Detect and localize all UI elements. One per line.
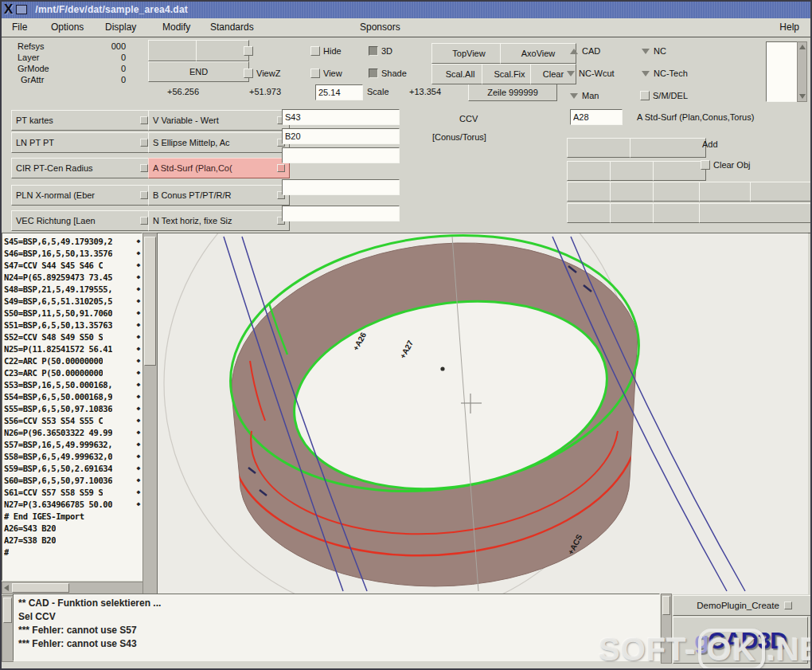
scrollbar-thumb[interactable] [662, 596, 670, 615]
graphics-canvas[interactable]: +A26 +A27 +ACS [157, 233, 808, 594]
list-item[interactable]: S45=BSP,6,5,49.179309,2 ◆ [4, 235, 142, 247]
list-item[interactable]: C22=ARC P(50.00000000 ◆ [4, 355, 142, 366]
menu-file[interactable]: File [12, 22, 27, 33]
point-marker[interactable] [440, 366, 444, 370]
toolbar-scrollbar[interactable] [797, 41, 807, 102]
window-menu-icon[interactable] [16, 5, 27, 14]
list-item[interactable]: N24=P(65.89259473 73.45 ◆ [4, 271, 142, 283]
history-forward-button[interactable] [196, 40, 249, 61]
list-item[interactable]: S53=BSP,16,5,50.000168, ◆ [4, 378, 142, 390]
obj-grid-button[interactable] [630, 138, 706, 158]
func-a-std-surf-active[interactable]: A Std-Surf (Plan,Co( [148, 158, 290, 178]
toggle-3d[interactable]: 3D [369, 46, 392, 56]
list-item[interactable]: N25=P(11.82541572 56.41 ◆ [4, 343, 142, 355]
scroll-left-icon[interactable] [4, 585, 9, 591]
history-hscrollbar[interactable] [2, 582, 143, 594]
func-n-text[interactable]: N Text horiz, fixe Siz [148, 210, 290, 231]
list-item[interactable]: S48=BSP,21,5,49.179555, ◆ [4, 283, 142, 295]
mode-cad[interactable]: CAD [570, 46, 600, 56]
toggle-shade[interactable]: Shade [369, 69, 407, 78]
history-vscrollbar[interactable] [142, 233, 158, 594]
list-item[interactable]: S54=BSP,6,5,50.000168,9 ◆ [4, 390, 142, 402]
axoview-button[interactable]: AxoView [500, 43, 576, 64]
toolbar-scroll-area[interactable] [766, 41, 798, 102]
func-pln-x-normal[interactable]: PLN X-normal (Eber [11, 185, 153, 206]
scroll-down-icon[interactable] [799, 94, 806, 99]
demo-plugin-button[interactable]: DemoPlugin_Create [673, 595, 812, 616]
toggle-blank[interactable] [244, 46, 256, 56]
param-input-3[interactable] [282, 147, 400, 163]
toggle-viewz[interactable]: ViewZ [244, 69, 280, 78]
obj-right-button[interactable] [699, 203, 812, 223]
list-item[interactable]: S58=BSP,6,5,49.999632,0 ◆ [4, 450, 142, 462]
command-history-list[interactable]: S45=BSP,6,5,49.179309,2 ◆ S46=BSP,16,5,5… [2, 233, 142, 581]
list-item[interactable]: S57=BSP,16,5,49.999632, ◆ [4, 438, 142, 450]
console-vscrollbar[interactable] [2, 595, 14, 662]
obj-grid-button[interactable] [653, 203, 706, 223]
scal-all-button[interactable]: Scal.All [431, 64, 489, 84]
list-item[interactable]: S50=BSP,11,5,50,91.7060 ◆ [4, 307, 142, 319]
list-item[interactable]: S51=BSP,6,5,50,13.35763 ◆ [4, 319, 142, 331]
toggle-hide[interactable]: Hide [310, 46, 342, 56]
list-item[interactable]: S47=CCV S44 S45 S46 C ◆ [4, 259, 142, 271]
menu-sponsors[interactable]: Sponsors [360, 22, 400, 33]
console-right-scrollbar[interactable] [661, 594, 672, 664]
list-item[interactable]: C23=ARC P(50.00000000 ◆ [4, 366, 142, 378]
func-v-variable[interactable]: V Variable - Wert [148, 110, 290, 131]
scal-fix-button[interactable]: Scal.Fix [482, 64, 537, 84]
param-input-2[interactable] [282, 128, 400, 144]
param-input-1[interactable] [282, 109, 400, 125]
param-input-5[interactable] [282, 206, 400, 221]
obj-grid-button[interactable] [653, 182, 706, 202]
scale-input[interactable] [315, 84, 363, 100]
mode-nc[interactable]: NC [642, 46, 666, 56]
cad-3d-view[interactable]: +A26 +A27 +ACS [158, 233, 808, 594]
scrollbar-thumb[interactable] [3, 598, 12, 623]
param-input-4[interactable] [282, 179, 400, 195]
list-item[interactable]: S59=BSP,6,5,50,2.691634 ◆ [4, 462, 142, 474]
func-pt-kartes[interactable]: PT kartes [11, 110, 153, 131]
func-ln-pt-pt[interactable]: LN PT PT [11, 132, 153, 153]
menu-standards[interactable]: Standards [210, 22, 254, 33]
obj-grid-button[interactable] [567, 138, 637, 158]
mode-nc-wcut[interactable]: NC-Wcut [567, 69, 615, 78]
scroll-up-icon[interactable] [799, 45, 806, 49]
toggle-clear-obj[interactable]: Clear Obj [701, 160, 750, 170]
topview-button[interactable]: TopView [431, 43, 506, 64]
func-s-ellipse[interactable]: S Ellipse Mittelp, Ac [148, 132, 290, 153]
mode-nc-tech[interactable]: NC-Tech [642, 69, 688, 78]
func-b-conus[interactable]: B Conus PT/PT/R/R [148, 185, 290, 206]
list-item[interactable]: S52=CCV S48 S49 S50 S ◆ [4, 331, 142, 343]
toggle-view[interactable]: View [310, 69, 342, 78]
list-item[interactable]: # End IGES-Import [4, 510, 142, 522]
list-item[interactable]: N27=P(3.634966785 50.00 ◆ [4, 498, 142, 510]
history-back-button[interactable] [148, 40, 203, 61]
message-console[interactable]: ** CAD - Funktion selektieren ...Sel CCV… [13, 594, 660, 661]
menu-display[interactable]: Display [105, 22, 136, 33]
toggle-smdel[interactable]: S/M/DEL [640, 91, 688, 100]
list-item[interactable]: S49=BSP,6,5,51.310205,5 ◆ [4, 295, 142, 307]
menu-help[interactable]: Help [779, 22, 799, 33]
list-item[interactable]: A26=S43 B20 [4, 522, 142, 534]
list-item[interactable]: S61=CCV S57 S58 S59 S ◆ [4, 486, 142, 498]
list-item[interactable]: S46=BSP,16,5,50,13.3576 ◆ [4, 247, 142, 259]
object-name-input[interactable] [570, 109, 623, 125]
list-item[interactable]: A27=S38 B20 [4, 534, 142, 546]
scrollbar-thumb[interactable] [12, 583, 69, 593]
obj-grid-button[interactable] [653, 161, 706, 181]
func-cir-pt-cen-radius[interactable]: CIR PT-Cen Radius [11, 158, 153, 178]
end-button[interactable]: END [148, 61, 249, 82]
obj-right-button[interactable] [750, 182, 812, 202]
func-vec-richtung[interactable]: VEC Richtung [Laen [11, 210, 153, 231]
list-item[interactable]: S56=CCV S53 S54 S55 C ◆ [4, 414, 142, 426]
title-bar[interactable]: X /mnt/F/dev/dat/sample_area4.dat [0, 0, 812, 18]
list-item[interactable]: N26=P(96.36503322 49.99 ◆ [4, 426, 142, 438]
list-item[interactable]: # [4, 546, 142, 558]
line-number-box[interactable]: Zeile 999999 [468, 84, 557, 101]
scrollbar-thumb[interactable] [144, 237, 156, 366]
mode-man[interactable]: Man [570, 91, 599, 100]
add-label[interactable]: Add [702, 139, 718, 149]
list-item[interactable]: S55=BSP,6,5,50,97.10836 ◆ [4, 402, 142, 414]
menu-options[interactable]: Options [51, 22, 84, 33]
obj-right-button[interactable] [699, 182, 755, 202]
